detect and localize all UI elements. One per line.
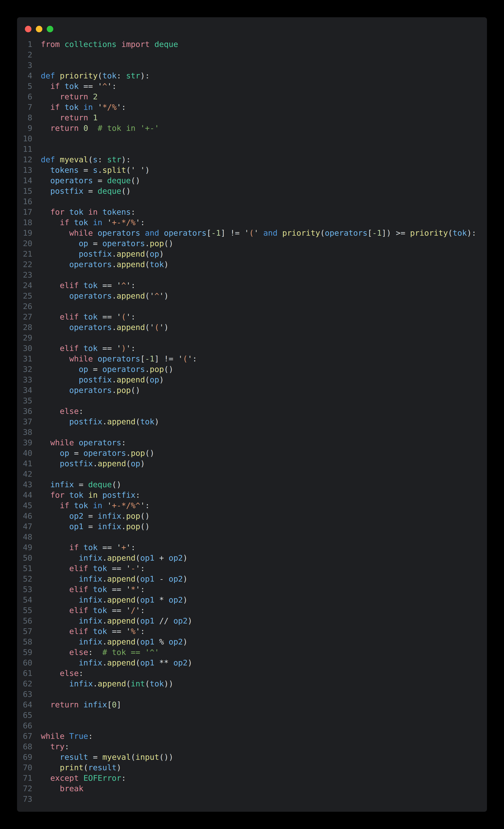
- code-token: [41, 291, 69, 300]
- code-line: 52 infix.append(op1 - op2): [17, 574, 487, 584]
- code-token: //: [159, 616, 173, 625]
- code-token: [41, 123, 50, 133]
- code-token: (: [448, 228, 453, 238]
- code-token: ': [107, 501, 112, 510]
- code-text: [32, 689, 41, 699]
- code-token: op2: [169, 574, 183, 583]
- code-line: 65: [17, 710, 487, 720]
- code-token: break: [60, 784, 83, 793]
- code-token: append: [107, 637, 135, 646]
- zoom-button[interactable]: [47, 26, 53, 32]
- code-line: 11: [17, 144, 487, 154]
- code-token: [41, 186, 50, 195]
- line-number: 20: [17, 238, 32, 249]
- line-number: 2: [17, 49, 32, 60]
- line-number: 58: [17, 637, 32, 647]
- code-token: [41, 784, 60, 793]
- code-token: infix: [83, 700, 107, 709]
- code-token: ': [159, 291, 164, 300]
- line-number: 37: [17, 417, 32, 427]
- code-token: ): [183, 574, 188, 583]
- code-text: if tok in '+-*/%^':: [32, 500, 150, 511]
- line-number: 31: [17, 354, 32, 364]
- code-token: 0: [112, 700, 117, 709]
- desktop-background: { "window": { "kind": "code-editor", "pa…: [0, 0, 504, 829]
- code-token: [41, 522, 69, 531]
- code-text: return 1: [32, 112, 98, 123]
- code-token: ): [159, 249, 164, 258]
- code-token: tok: [93, 606, 112, 615]
- code-token: (: [136, 595, 140, 604]
- code-area: 1from collections import deque234def pri…: [17, 39, 487, 804]
- code-token: (: [145, 249, 150, 258]
- code-token: **: [159, 658, 173, 667]
- code-token: EOFError: [83, 773, 121, 783]
- code-text: [32, 794, 41, 804]
- code-token: !=: [164, 354, 178, 363]
- code-token: -1: [145, 354, 154, 363]
- code-token: :: [140, 606, 145, 615]
- code-text: def priority(tok: str):: [32, 71, 150, 81]
- code-text: while operators[-1] != '(':: [32, 354, 197, 364]
- code-token: (: [136, 417, 140, 426]
- code-token: [41, 92, 60, 101]
- code-token: ==: [83, 82, 98, 91]
- minimize-button[interactable]: [36, 26, 42, 32]
- code-text: [32, 134, 41, 144]
- code-token: ==: [102, 281, 117, 290]
- code-text: op = operators.pop(): [32, 364, 173, 374]
- code-token: priority: [410, 228, 448, 238]
- line-number: 29: [17, 333, 32, 343]
- code-token: op1: [140, 637, 159, 646]
- code-token: ': [126, 606, 131, 615]
- code-token: infix: [79, 637, 102, 646]
- line-number: 67: [17, 731, 32, 742]
- code-text: return 2: [32, 92, 98, 102]
- code-text: [32, 301, 41, 312]
- code-token: except: [50, 773, 83, 783]
- code-token: =: [74, 448, 83, 458]
- code-line: 68 try:: [17, 742, 487, 752]
- code-text: for tok in tokens:: [32, 207, 136, 217]
- code-token: .: [102, 658, 107, 667]
- code-token: ': [136, 606, 140, 615]
- code-line: 28 operators.append('('): [17, 322, 487, 333]
- code-line: 15 postfix = deque(): [17, 186, 487, 196]
- code-token: infix: [98, 511, 121, 520]
- code-token: str: [107, 155, 121, 164]
- code-token: (: [126, 166, 131, 175]
- line-number: 49: [17, 542, 32, 553]
- code-token: infix: [98, 522, 121, 531]
- code-token: op2: [169, 553, 183, 562]
- code-line: 8 return 1: [17, 112, 487, 123]
- line-number: 3: [17, 60, 32, 71]
- line-number: 61: [17, 668, 32, 679]
- code-text: [32, 396, 41, 406]
- code-text: op2 = infix.pop(): [32, 511, 150, 521]
- code-line: 41 postfix.append(op): [17, 458, 487, 469]
- code-line: 39 while operators:: [17, 437, 487, 448]
- close-button[interactable]: [25, 26, 31, 32]
- code-line: 2: [17, 49, 487, 60]
- code-token: [41, 166, 50, 175]
- code-token: pop: [131, 448, 145, 458]
- code-text: for tok in postfix:: [32, 490, 140, 500]
- code-token: ': [107, 218, 112, 227]
- line-number: 57: [17, 626, 32, 637]
- code-token: .: [98, 166, 102, 175]
- code-token: (): [131, 386, 140, 395]
- code-token: while: [69, 228, 98, 238]
- code-line: 73: [17, 794, 487, 804]
- code-token: print: [60, 763, 83, 772]
- code-token: ': [126, 312, 131, 321]
- code-token: op2: [69, 511, 88, 520]
- code-token: s: [93, 166, 98, 175]
- code-text: infix.append(op1 - op2): [32, 574, 188, 584]
- line-number: 64: [17, 699, 32, 710]
- line-number: 66: [17, 720, 32, 731]
- code-token: .: [112, 375, 117, 384]
- code-token: [41, 82, 50, 91]
- code-token: ): [145, 166, 150, 175]
- code-line: 12def myeval(s: str):: [17, 154, 487, 165]
- code-token: ': [136, 218, 140, 227]
